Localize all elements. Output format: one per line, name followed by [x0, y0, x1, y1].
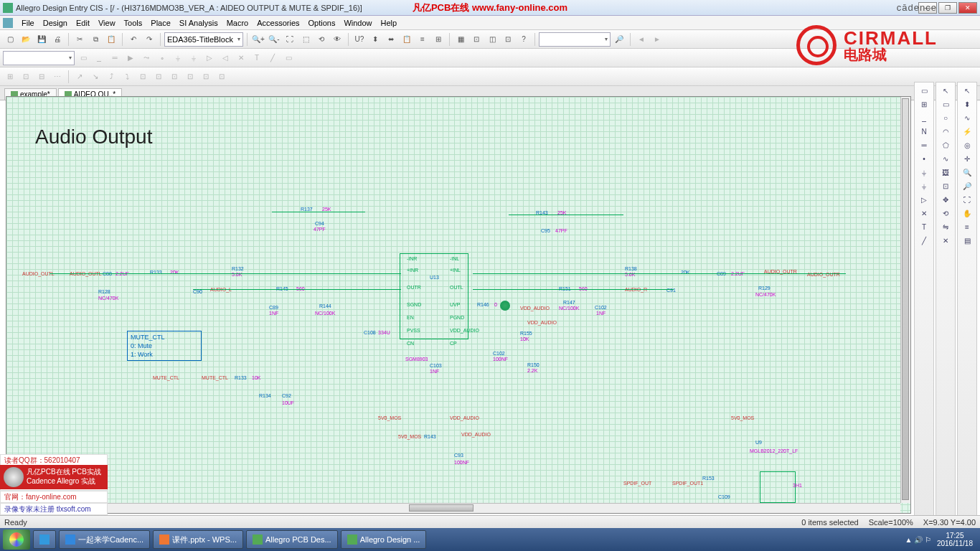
part-button[interactable]: ⊡: [501, 32, 515, 47]
schematic-canvas[interactable]: Audio Output R137 25K R143 25K C94 47PF …: [6, 97, 910, 513]
system-tray[interactable]: ▲ 🔊 ⚐ 17:25 2016/11/18: [905, 532, 977, 547]
pal-rect[interactable]: ▭: [938, 98, 953, 110]
pal-line[interactable]: ╱: [916, 234, 932, 247]
place-text-button[interactable]: T: [250, 51, 264, 65]
pal-power[interactable]: ⏚: [916, 166, 932, 179]
tb3-8[interactable]: ⤵: [120, 70, 134, 84]
close-button[interactable]: ✕: [958, 2, 977, 14]
zoom-area-button[interactable]: ⬚: [298, 32, 313, 47]
play-button[interactable]: ▶: [123, 51, 138, 65]
font-combo[interactable]: [3, 51, 75, 65]
pal-pic[interactable]: 🖼: [938, 166, 953, 179]
cut-button[interactable]: ✂: [72, 32, 87, 47]
pal-mirror[interactable]: ⇋: [938, 220, 953, 233]
place-power-button[interactable]: ⏚: [171, 51, 185, 65]
menu-macro[interactable]: Macro: [222, 17, 253, 29]
pal-rotate[interactable]: ⟲: [938, 207, 953, 220]
pal-hier[interactable]: ⬍: [959, 98, 975, 110]
menu-design[interactable]: Design: [39, 17, 72, 29]
maximize-button[interactable]: ❐: [938, 2, 957, 14]
task-wps-doc[interactable]: 一起来学Cadenc...: [59, 530, 150, 549]
find-button[interactable]: 🔎: [612, 32, 626, 47]
pal-ole[interactable]: ⊡: [938, 179, 953, 192]
tb3-3[interactable]: ⊟: [34, 70, 49, 84]
place-part-button[interactable]: ▭: [76, 51, 90, 65]
nav-prev-button[interactable]: ◄: [634, 32, 649, 47]
netlist-button[interactable]: ⊞: [431, 32, 446, 47]
pal-ellipse[interactable]: ○: [938, 111, 953, 124]
scrollbar-vertical[interactable]: [900, 97, 910, 503]
menu-tools[interactable]: Tools: [120, 17, 147, 29]
area-button[interactable]: ◫: [485, 32, 499, 47]
tb3-6[interactable]: ↘: [88, 70, 103, 84]
tb3-7[interactable]: ⤴: [104, 70, 118, 84]
tb3-1[interactable]: ⊞: [3, 70, 17, 84]
pal-net[interactable]: N: [916, 125, 932, 138]
pal-place-part[interactable]: ⊞: [916, 98, 932, 110]
tb3-13[interactable]: ⊡: [199, 70, 213, 84]
menu-file[interactable]: File: [17, 17, 39, 29]
pal-poly[interactable]: ⬠: [938, 138, 953, 151]
pal-layer[interactable]: ≡: [959, 220, 975, 233]
task-ie[interactable]: [33, 530, 56, 549]
pal-gnd[interactable]: ⏚: [916, 179, 932, 192]
tb3-10[interactable]: ⊡: [151, 70, 166, 84]
grid-button[interactable]: ▦: [453, 32, 468, 47]
refresh-button[interactable]: ⟲: [314, 32, 329, 47]
pal-nc[interactable]: ✕: [916, 207, 932, 220]
pal-select[interactable]: ▭: [916, 84, 932, 97]
scrollbar-horizontal[interactable]: [6, 503, 900, 513]
drc-button[interactable]: 📋: [400, 32, 414, 47]
menu-accessories[interactable]: Accessories: [253, 17, 303, 29]
u-button[interactable]: U?: [352, 32, 367, 47]
pal-text[interactable]: T: [916, 220, 932, 233]
task-wps-ppt[interactable]: 课件.pptx - WPS...: [153, 530, 243, 549]
place-junction-button[interactable]: ∘: [155, 51, 169, 65]
task-allegro-pcb[interactable]: Allegro PCB Des...: [246, 530, 338, 549]
titleblock-combo[interactable]: EDA365-TitleBlock: [164, 32, 243, 47]
zoom-out-button[interactable]: 🔍-: [267, 32, 281, 47]
place-bus-button[interactable]: ═: [108, 51, 122, 65]
pal-color[interactable]: ▤: [959, 234, 975, 247]
pal-find2[interactable]: 🔍: [959, 166, 975, 179]
open-button[interactable]: 📂: [19, 32, 33, 47]
place-port-button[interactable]: ▷: [202, 51, 217, 65]
pal-cross[interactable]: ✛: [959, 152, 975, 165]
paste-button[interactable]: 📋: [104, 32, 118, 47]
menu-window[interactable]: Window: [339, 17, 376, 29]
pal-delete[interactable]: ✕: [938, 234, 953, 247]
pal-bezier[interactable]: ∿: [938, 152, 953, 165]
help-button[interactable]: ?: [517, 32, 531, 47]
place-line-button[interactable]: ╱: [265, 51, 280, 65]
pal-port[interactable]: ▷: [916, 193, 932, 206]
print-button[interactable]: 🖨: [50, 32, 65, 47]
new-button[interactable]: ▢: [3, 32, 17, 47]
zoom-fit-button[interactable]: ⛶: [283, 32, 297, 47]
pal-wire[interactable]: ⎯: [916, 111, 932, 124]
tray-icons[interactable]: ▲ 🔊 ⚐: [905, 536, 930, 544]
save-button[interactable]: 💾: [34, 32, 49, 47]
tb3-14[interactable]: ⊡: [215, 70, 229, 84]
tb3-2[interactable]: ⊡: [19, 70, 33, 84]
place-nc-button[interactable]: ✕: [234, 51, 248, 65]
task-allegro-design[interactable]: Allegro Design ...: [341, 530, 427, 549]
pal-fit2[interactable]: ⛶: [959, 193, 975, 206]
undo-button[interactable]: ↶: [126, 32, 141, 47]
place-wire-button[interactable]: ⎯: [92, 51, 106, 65]
clock[interactable]: 17:25 2016/11/18: [937, 532, 973, 547]
place-net-button[interactable]: ⤳: [139, 51, 154, 65]
menu-place[interactable]: Place: [146, 17, 175, 29]
tb3-9[interactable]: ⊡: [136, 70, 150, 84]
pal-probe[interactable]: ⚡: [959, 125, 975, 138]
pal-arrow[interactable]: ↖: [938, 84, 953, 97]
nav-next-button[interactable]: ►: [650, 32, 664, 47]
copy-button[interactable]: ⧉: [88, 32, 103, 47]
tb3-4[interactable]: ⋯: [50, 70, 65, 84]
menu-view[interactable]: View: [94, 17, 120, 29]
bom-button[interactable]: ≡: [415, 32, 430, 47]
pal-pan[interactable]: ✋: [959, 207, 975, 220]
pal-arc[interactable]: ◠: [938, 125, 953, 138]
pal-junction[interactable]: •: [916, 152, 932, 165]
search-combo[interactable]: [539, 32, 611, 47]
view-button[interactable]: 👁: [330, 32, 344, 47]
